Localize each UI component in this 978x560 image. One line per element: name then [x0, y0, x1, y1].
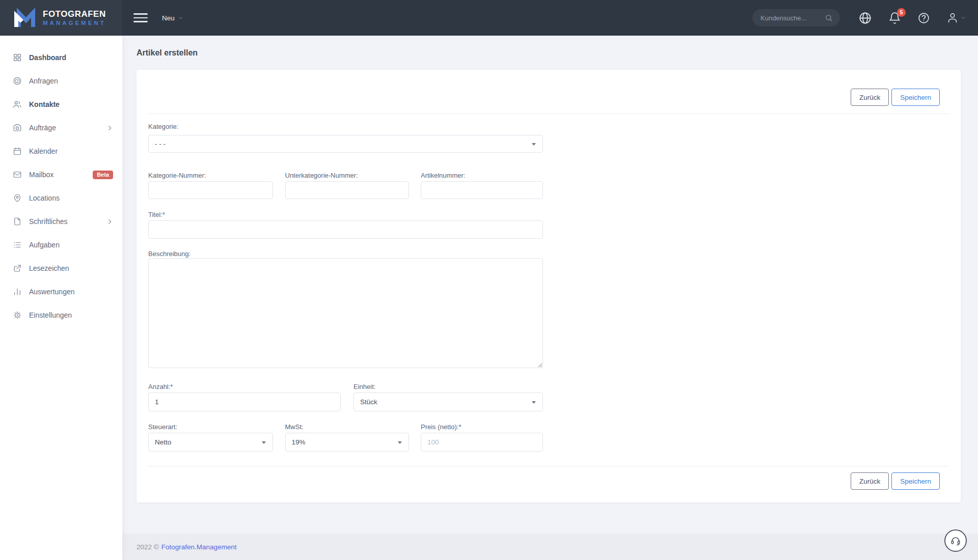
anzahl-input[interactable] [148, 393, 341, 411]
unterkategorie-nummer-label: Unterkategorie-Nummer: [285, 172, 409, 180]
sidebar-item-label: Aufträge [29, 124, 56, 132]
sidebar-item-kalender[interactable]: Kalender [0, 139, 122, 163]
sidebar-item-mailbox[interactable]: Mailbox Beta [0, 163, 122, 186]
camera-icon [13, 123, 22, 132]
headset-icon [950, 535, 961, 546]
divider [148, 114, 949, 114]
chevron-right-icon [106, 218, 113, 225]
grid-icon [13, 53, 22, 62]
divider [148, 466, 949, 466]
map-pin-icon [13, 193, 22, 203]
sidebar-item-anfragen[interactable]: Anfragen [0, 69, 122, 93]
steuerart-label: Steuerart: [148, 423, 273, 431]
sidebar-item-schriftliches[interactable]: Schriftliches [0, 210, 122, 233]
mwst-select[interactable]: 19% [285, 433, 409, 452]
brand-line1: FOTOGRAFEN [43, 10, 106, 18]
sidebar-item-auftraege[interactable]: Aufträge [0, 116, 122, 139]
hamburger-menu-icon[interactable] [133, 10, 149, 25]
artikelnummer-input[interactable] [421, 181, 543, 199]
sidebar-item-kontakte[interactable]: Kontakte [0, 93, 122, 116]
sidebar-item-auswertungen[interactable]: Auswertungen [0, 280, 122, 303]
save-button-bottom[interactable]: Speichern [891, 472, 940, 490]
mwst-value: 19% [292, 438, 306, 446]
customer-search[interactable] [752, 9, 840, 26]
sidebar-item-lesezeichen[interactable]: Lesezeichen [0, 257, 122, 280]
sidebar-item-label: Kalender [29, 147, 58, 155]
file-icon [13, 217, 22, 226]
einheit-label: Einheit: [354, 383, 543, 391]
beta-badge: Beta [93, 171, 113, 179]
kategorie-select[interactable]: - - - [148, 135, 543, 153]
sidebar-item-label: Lesezeichen [29, 264, 69, 272]
back-button-bottom[interactable]: Zurück [851, 472, 889, 490]
preis-input[interactable] [421, 433, 543, 452]
mwst-label: MwSt: [285, 423, 409, 431]
sidebar-item-dashboard[interactable]: Dashboard [0, 46, 122, 69]
sidebar-item-label: Dashboard [29, 53, 66, 62]
sidebar-item-label: Schriftliches [29, 217, 67, 226]
sidebar-item-label: Anfragen [29, 77, 58, 85]
sidebar-item-label: Aufgaben [29, 241, 60, 249]
kategorie-value: - - - [155, 140, 166, 148]
brand-logo[interactable]: FOTOGRAFEN MANAGEMENT [0, 0, 122, 36]
notification-badge: 5 [897, 8, 906, 17]
kategorie-nummer-input[interactable] [148, 181, 273, 199]
chevron-right-icon [106, 125, 113, 131]
titel-input[interactable] [148, 220, 543, 239]
beschreibung-label: Beschreibung: [148, 250, 543, 258]
article-form-card: Zurück Speichern Kategorie: - - - Katego… [137, 70, 961, 502]
footer-brand-link[interactable]: Fotografen.Management [161, 543, 237, 551]
einheit-select[interactable]: Stück [354, 393, 543, 411]
sidebar-item-einstellungen[interactable]: Einstellungen [0, 303, 122, 327]
sidebar-nav: Dashboard Anfragen Kontakte Aufträge Kal… [0, 36, 122, 560]
kategorie-nummer-label: Kategorie-Nummer: [148, 172, 273, 180]
top-header: FOTOGRAFEN MANAGEMENT Neu 5 [0, 0, 978, 36]
external-link-icon [13, 264, 22, 273]
search-input[interactable] [760, 14, 825, 22]
help-button[interactable] [917, 12, 930, 24]
unterkategorie-nummer-input[interactable] [285, 181, 409, 199]
bar-chart-icon [13, 287, 22, 296]
titel-label: Titel:* [148, 211, 543, 219]
chevron-down-icon [961, 15, 966, 20]
logo-m-icon [14, 8, 38, 27]
sidebar-item-locations[interactable]: Locations [0, 186, 122, 210]
main-content: Artikel erstellen Zurück Speichern Kateg… [122, 36, 978, 560]
list-icon [13, 240, 22, 249]
save-button[interactable]: Speichern [891, 89, 940, 106]
notifications-button[interactable]: 5 [888, 12, 901, 24]
sidebar-item-label: Auswertungen [29, 288, 75, 296]
anzahl-label: Anzahl:* [148, 383, 341, 391]
page-title: Artikel erstellen [137, 48, 198, 58]
chevron-down-icon [178, 15, 183, 21]
back-button[interactable]: Zurück [851, 89, 889, 106]
brand-line2: MANAGEMENT [43, 20, 106, 26]
einheit-value: Stück [360, 398, 377, 406]
sidebar-item-label: Mailbox [29, 171, 53, 179]
search-icon [825, 14, 833, 22]
neu-label: Neu [162, 14, 175, 22]
steuerart-value: Netto [155, 438, 171, 446]
gear-icon [13, 311, 22, 320]
sidebar-item-label: Locations [29, 194, 60, 202]
steuerart-select[interactable]: Netto [148, 433, 273, 452]
artikelnummer-label: Artikelnummer: [421, 172, 543, 180]
sidebar-item-label: Kontakte [29, 100, 60, 108]
support-button[interactable] [944, 529, 967, 552]
preis-label: Preis (netto):* [421, 423, 543, 431]
help-circle-icon [917, 12, 930, 24]
language-globe-button[interactable] [858, 11, 872, 25]
target-icon [13, 76, 22, 86]
sidebar-item-aufgaben[interactable]: Aufgaben [0, 233, 122, 257]
mail-icon [13, 170, 22, 179]
footer: 2022 © Fotografen.Management [122, 534, 978, 560]
calendar-icon [13, 147, 22, 156]
user-icon [946, 12, 959, 24]
sidebar-item-label: Einstellungen [29, 311, 72, 319]
neu-dropdown[interactable]: Neu [162, 14, 183, 22]
beschreibung-textarea[interactable] [148, 258, 543, 368]
copyright-text: 2022 © [137, 543, 159, 551]
kategorie-label: Kategorie: [148, 123, 543, 131]
globe-icon [858, 11, 872, 25]
user-menu[interactable] [946, 12, 966, 24]
